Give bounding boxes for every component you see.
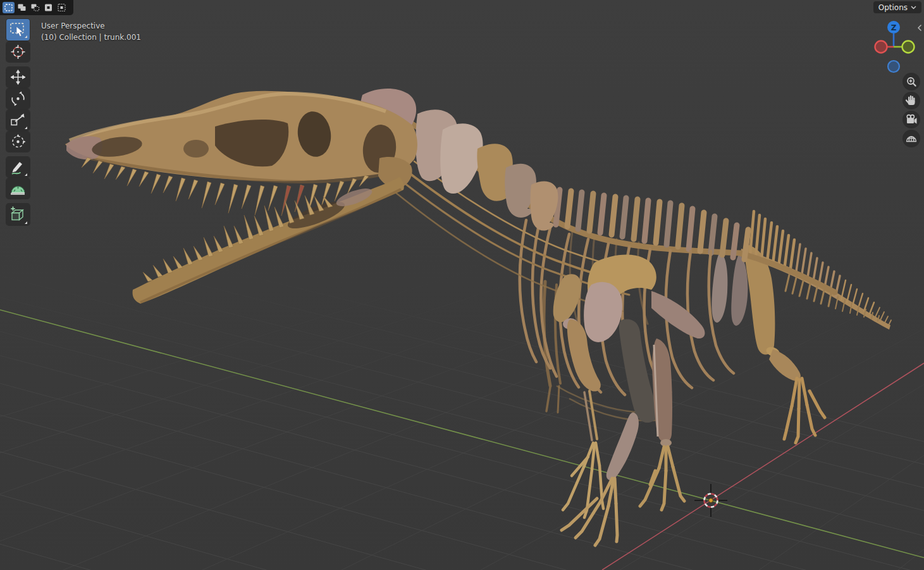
select-mode-invert-button[interactable] (42, 2, 54, 13)
gizmo-axis-y-positive[interactable] (902, 41, 915, 53)
active-collection-label: (10) Collection | trunk.001 (41, 32, 141, 43)
tool-cursor[interactable] (6, 42, 30, 62)
tool-move[interactable] (6, 67, 30, 87)
cursor-icon (6, 42, 30, 62)
select-mode-set-button[interactable] (3, 2, 15, 13)
tool-select-box[interactable] (6, 19, 30, 40)
tool-transform[interactable] (6, 132, 30, 152)
pan-button[interactable] (902, 92, 920, 109)
scale-icon (6, 110, 30, 130)
select-mode-strip (0, 0, 73, 15)
select-mode-extend-button[interactable] (16, 2, 28, 13)
select-subtract-icon (30, 3, 40, 12)
measure-icon (6, 178, 30, 199)
sidebar-toggle-button[interactable] (916, 23, 923, 33)
select-mode-intersect-button[interactable] (56, 2, 68, 13)
add-cube-icon (6, 204, 30, 225)
viewport-background (0, 0, 924, 570)
gizmo-axis-z-negative[interactable] (888, 61, 899, 72)
select-box-icon (6, 19, 30, 40)
options-label: Options (878, 3, 908, 12)
zoom-button[interactable] (902, 73, 920, 90)
tool-add-cube[interactable] (6, 204, 30, 225)
options-button[interactable]: Options (873, 1, 921, 13)
tool-scale[interactable] (6, 110, 30, 130)
select-set-icon (4, 3, 13, 12)
tool-rotate[interactable] (6, 89, 30, 109)
magnifier-plus-icon (905, 75, 918, 88)
navigation-gizmo[interactable]: Z (871, 17, 916, 77)
select-mode-subtract-button[interactable] (29, 2, 41, 13)
move-icon (6, 67, 30, 87)
select-invert-icon (44, 3, 53, 12)
blender-3d-viewport[interactable]: User Perspective (10) Collection | trunk… (0, 0, 924, 570)
tool-measure[interactable] (6, 178, 30, 199)
rotate-icon (6, 89, 30, 109)
gizmo-axis-x-negative[interactable] (875, 41, 887, 53)
select-extend-icon (17, 3, 27, 12)
annotate-icon (6, 157, 30, 177)
hand-icon (905, 94, 918, 107)
chevron-down-icon (911, 6, 916, 9)
gizmo-z-letter: Z (891, 23, 897, 32)
camera-icon (905, 113, 918, 126)
orthographic-toggle-button[interactable] (902, 130, 920, 147)
viewport-canvas[interactable] (0, 0, 924, 570)
grid-sphere-icon (905, 132, 918, 145)
tool-annotate[interactable] (6, 157, 30, 177)
camera-view-button[interactable] (902, 111, 920, 128)
view-perspective-label: User Perspective (41, 20, 105, 32)
maxillary-fenestra (183, 140, 209, 158)
select-intersect-icon (57, 3, 66, 12)
chevron-left-icon (917, 24, 922, 32)
transform-icon (6, 132, 30, 152)
